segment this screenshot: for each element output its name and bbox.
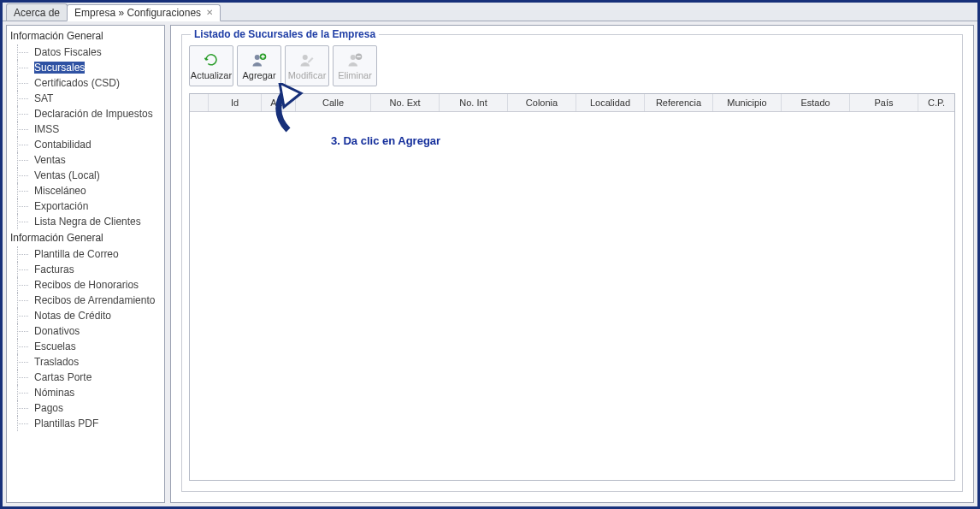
grid-sucursales[interactable]: Id A… Calle No. Ext No. Int Colonia Loca… <box>189 93 955 481</box>
delete-user-icon <box>346 51 363 68</box>
add-user-icon <box>251 51 268 68</box>
col-municipio[interactable]: Municipio <box>713 94 782 111</box>
tab-label: Acerca de <box>14 7 60 19</box>
tree-item-escuelas[interactable]: Escuelas <box>7 339 164 354</box>
grid-header: Id A… Calle No. Ext No. Int Colonia Loca… <box>190 94 954 112</box>
content-panel: Listado de Sucursales de la Empresa Actu… <box>170 25 974 503</box>
tree-item-datos-fiscales[interactable]: Datos Fiscales <box>7 44 164 60</box>
tree-item-miscelaneo[interactable]: Misceláneo <box>7 183 164 198</box>
edit-button[interactable]: Modificar <box>285 45 329 86</box>
tree-item-pagos[interactable]: Pagos <box>7 400 164 416</box>
button-label: Modificar <box>288 70 327 80</box>
svg-point-3 <box>351 55 356 60</box>
col-estado[interactable]: Estado <box>782 94 850 111</box>
refresh-icon <box>203 51 220 68</box>
tree-item-imss[interactable]: IMSS <box>7 121 164 137</box>
tree-item-donativos[interactable]: Donativos <box>7 323 164 339</box>
col-pais[interactable]: País <box>850 94 918 111</box>
tree-item-declaracion-impuestos[interactable]: Declaración de Impuestos <box>7 106 164 121</box>
tab-empresa-config[interactable]: Empresa » Configuraciones ✕ <box>67 4 221 21</box>
col-a[interactable]: A… <box>262 94 296 111</box>
tab-label: Empresa » Configuraciones <box>74 7 201 19</box>
col-no-ext[interactable]: No. Ext <box>371 94 440 111</box>
tree-item-plantilla-correo[interactable]: Plantilla de Correo <box>7 246 164 262</box>
tree-item-cartas-porte[interactable]: Cartas Porte <box>7 370 164 385</box>
col-cp[interactable]: C.P. <box>918 94 954 111</box>
tree-item-traslados[interactable]: Traslados <box>7 354 164 370</box>
grid-selector-col[interactable] <box>190 94 209 111</box>
button-label: Agregar <box>242 70 275 80</box>
toolbar: Actualizar Agregar <box>189 45 955 86</box>
tree-item-certificados[interactable]: Certificados (CSD) <box>7 75 164 91</box>
col-calle[interactable]: Calle <box>296 94 371 111</box>
groupbox-sucursales: Listado de Sucursales de la Empresa Actu… <box>181 34 963 492</box>
delete-button[interactable]: Eliminar <box>333 45 377 86</box>
tree-item-exportacion[interactable]: Exportación <box>7 198 164 214</box>
tree-item-sucursales[interactable]: Sucursales <box>7 60 164 75</box>
tree-item-recibos-honorarios[interactable]: Recibos de Honorarios <box>7 277 164 293</box>
button-label: Actualizar <box>191 70 232 80</box>
tree-item-facturas[interactable]: Facturas <box>7 262 164 277</box>
annotation-arrow <box>258 83 327 145</box>
col-no-int[interactable]: No. Int <box>440 94 508 111</box>
tree-item-ventas-local[interactable]: Ventas (Local) <box>7 168 164 183</box>
col-localidad[interactable]: Localidad <box>576 94 645 111</box>
close-icon[interactable]: ✕ <box>206 9 213 17</box>
svg-point-0 <box>255 55 260 60</box>
tree-item-lista-negra[interactable]: Lista Negra de Clientes <box>7 214 164 229</box>
annotation-text: 3. Da clic en Agregar <box>331 134 440 147</box>
tree-item-plantillas-pdf[interactable]: Plantillas PDF <box>7 416 164 431</box>
tree-item-notas-credito[interactable]: Notas de Crédito <box>7 308 164 323</box>
tree-group-label[interactable]: Información General <box>7 229 164 246</box>
grid-body: 3. Da clic en Agregar <box>190 112 954 480</box>
main-area: Información General Datos Fiscales Sucur… <box>3 21 977 506</box>
sidebar-tree[interactable]: Información General Datos Fiscales Sucur… <box>6 25 165 503</box>
svg-point-2 <box>303 55 308 60</box>
tab-strip: Acerca de Empresa » Configuraciones ✕ <box>3 3 977 21</box>
tab-acerca[interactable]: Acerca de <box>6 3 68 21</box>
tree-item-ventas[interactable]: Ventas <box>7 152 164 168</box>
col-id[interactable]: Id <box>209 94 262 111</box>
tree-item-recibos-arrendamiento[interactable]: Recibos de Arrendamiento <box>7 293 164 308</box>
tree-item-sat[interactable]: SAT <box>7 91 164 106</box>
add-button[interactable]: Agregar <box>237 45 281 86</box>
button-label: Eliminar <box>338 70 372 80</box>
edit-user-icon <box>298 51 316 68</box>
tree-group-label[interactable]: Información General <box>7 27 164 44</box>
groupbox-title: Listado de Sucursales de la Empresa <box>191 28 379 40</box>
refresh-button[interactable]: Actualizar <box>189 45 233 86</box>
tree-item-nominas[interactable]: Nóminas <box>7 385 164 400</box>
col-referencia[interactable]: Referencia <box>645 94 713 111</box>
col-colonia[interactable]: Colonia <box>508 94 576 111</box>
tree-item-contabilidad[interactable]: Contabilidad <box>7 137 164 152</box>
